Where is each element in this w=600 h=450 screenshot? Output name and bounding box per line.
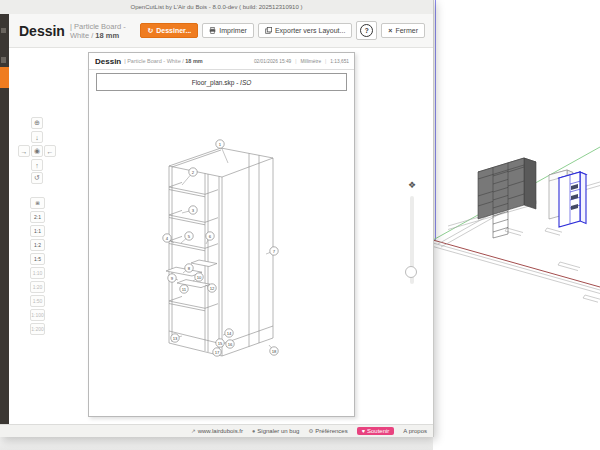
part-callouts: 123456789101112131415161718 [163, 140, 278, 356]
bug-report-icon: ● [252, 428, 255, 434]
wardrobe-iso-drawing [166, 148, 273, 356]
zoom-preset-1:20[interactable]: 1:20 [30, 281, 45, 293]
axis-red [433, 240, 600, 287]
dialog-header: Dessin | Particle Board - White / 18 mm … [9, 14, 433, 48]
zoom-preset-2:1[interactable]: 2:1 [30, 211, 45, 223]
part-number: 17 [215, 350, 220, 355]
drawing-date: 02/01/2026 15:49 [254, 59, 291, 64]
arrow-left-icon: ← [47, 148, 54, 155]
page-title: Dessin [19, 23, 65, 39]
help-icon: ? [360, 24, 373, 37]
center-view-button[interactable]: ◉ [31, 145, 43, 157]
refresh-icon: ↻ [147, 27, 153, 34]
part-number: 11 [182, 287, 187, 292]
part-number: 16 [228, 342, 233, 347]
pan-up-button[interactable]: ↑ [31, 159, 43, 171]
pan-down-button[interactable]: ↓ [31, 131, 43, 143]
screen: { "window": { "titlebar": "OpenCutList b… [0, 0, 600, 450]
active-tab-indicator [0, 67, 9, 88]
part-number: 12 [210, 286, 215, 291]
printer-icon [209, 27, 216, 34]
zoom-preset-1:200[interactable]: 1:200 [30, 323, 45, 335]
drawing-subtitle: | Particle Board - White / 18 mm [124, 58, 202, 64]
opencutlist-dialog: OpenCutList by L'Air du Bois - 8.0.0-dev… [0, 0, 434, 437]
main-tab-strip[interactable] [0, 14, 9, 437]
draw-button[interactable]: ↻ Dessiner... [140, 23, 198, 38]
drawing-page: Dessin | Particle Board - White / 18 mm … [88, 52, 355, 417]
page-subtitle: | Particle Board - White / 18 mm [70, 22, 140, 40]
part-number: 13 [173, 336, 178, 341]
dialog-title-text: OpenCutList by L'Air du Bois - 8.0.0-dev… [131, 4, 303, 10]
support-icon: ♥ [362, 428, 365, 434]
dialog-titlebar[interactable]: OpenCutList by L'Air du Bois - 8.0.0-dev… [0, 0, 433, 15]
part-number: 10 [197, 275, 202, 280]
technical-drawing: 123456789101112131415161718 [89, 93, 356, 418]
cabinet-3d-selected-blue[interactable] [559, 172, 586, 227]
explode-icon: ❖ [404, 178, 420, 192]
arrow-right-icon: → [21, 148, 28, 155]
pan-left-button[interactable]: ← [44, 145, 56, 157]
drawing-title: Dessin [95, 57, 121, 66]
drawing-page-header: Dessin | Particle Board - White / 18 mm … [89, 53, 354, 70]
footer-button-support[interactable]: ♥Soutenir [357, 427, 395, 435]
help-button[interactable]: ? [356, 21, 377, 40]
footer-link-website[interactable]: ↗www.lairdubois.fr [191, 428, 243, 434]
reset-icon: ↺ [34, 174, 40, 182]
drawing-file-label: Floor_plan.skp - ISO [96, 73, 347, 91]
explode-slider-thumb[interactable] [405, 266, 417, 278]
target-icon: ◉ [34, 147, 40, 155]
close-icon: × [388, 27, 392, 34]
close-button[interactable]: × Fermer [381, 23, 425, 38]
footer-link-bug-report[interactable]: ●Signaler un bug [252, 428, 299, 434]
print-button[interactable]: Imprimer [202, 23, 254, 38]
dialog-footer: ↗www.lairdubois.fr●Signaler un bug⚙Préfé… [0, 424, 433, 437]
part-number: 14 [227, 331, 232, 336]
pan-right-button[interactable]: → [18, 145, 30, 157]
arrow-up-icon: ↑ [35, 162, 39, 169]
arrow-down-icon: ↓ [35, 134, 39, 141]
zoom-preset-1:10[interactable]: 1:10 [30, 267, 45, 279]
website-icon: ↗ [191, 428, 196, 434]
zoom-preset-1:1[interactable]: 1:1 [30, 225, 45, 237]
footer-link-about[interactable]: A propos [403, 428, 427, 434]
zoom-button[interactable]: ⊕ [31, 117, 43, 129]
fit-icon: ⊞ [35, 200, 39, 206]
reset-view-button[interactable]: ↺ [31, 172, 43, 184]
preferences-icon: ⚙ [308, 428, 313, 434]
layout-icon [265, 27, 272, 34]
footer-link-preferences[interactable]: ⚙Préférences [308, 428, 347, 434]
wardrobe-3d-dark[interactable] [478, 158, 536, 238]
zoom-preset-1:100[interactable]: 1:100 [30, 309, 45, 321]
drawing-scale: 1:13,651 [330, 59, 349, 64]
zoom-preset-1:50[interactable]: 1:50 [30, 295, 45, 307]
view-name: ISO [240, 79, 251, 86]
zoom-icon: ⊕ [34, 119, 40, 127]
zoom-preset-1:5[interactable]: 1:5 [30, 253, 45, 265]
tab-icon-fragment [1, 28, 6, 33]
part-number: 15 [218, 341, 223, 346]
zoom-fit-button[interactable]: ⊞ [30, 197, 45, 209]
part-number: 18 [272, 349, 277, 354]
drawing-unit: Millimètre [301, 59, 322, 64]
zoom-preset-1:2[interactable]: 1:2 [30, 239, 45, 251]
tab-icon-fragment [1, 57, 6, 63]
export-layout-button[interactable]: Exporter vers Layout... [258, 23, 352, 38]
window-bottom-edge [0, 437, 433, 450]
